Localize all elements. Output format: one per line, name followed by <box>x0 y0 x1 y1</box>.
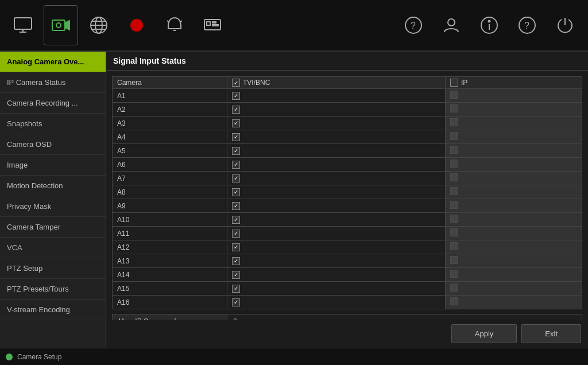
tvi-checkbox[interactable] <box>232 174 240 182</box>
table-row: A5 <box>113 144 582 158</box>
sidebar-item-ptz-presets-tours[interactable]: PTZ Presets/Tours <box>0 279 106 300</box>
network-icon[interactable] <box>82 5 116 45</box>
exit-button[interactable]: Exit <box>521 324 581 343</box>
tvi-checkbox[interactable] <box>232 243 240 251</box>
table-row: A8 <box>113 185 582 199</box>
signal-input-table-area: Camera TVI/BNC IP <box>106 71 588 320</box>
apply-button[interactable]: Apply <box>451 324 517 343</box>
cell-camera: A10 <box>113 213 227 227</box>
svg-rect-3 <box>52 20 65 30</box>
svg-rect-0 <box>14 18 32 29</box>
tvi-checkbox[interactable] <box>232 161 240 169</box>
ip-checkbox[interactable] <box>450 118 458 126</box>
cell-camera: A14 <box>113 268 227 282</box>
cell-camera: A1 <box>113 89 227 103</box>
table-row: A14 <box>113 268 582 282</box>
tvi-checkbox[interactable] <box>232 257 240 265</box>
cell-ip <box>446 254 582 268</box>
sidebar-item-analog-camera-overview[interactable]: Analog Camera Ove... <box>0 52 106 72</box>
ip-header-checkbox[interactable] <box>450 79 458 87</box>
cell-tvi <box>227 227 446 240</box>
question-icon[interactable]: ? <box>510 5 544 45</box>
device-icon[interactable] <box>195 5 230 45</box>
ip-checkbox[interactable] <box>450 201 458 209</box>
ip-checkbox[interactable] <box>450 284 458 292</box>
tvi-checkbox[interactable] <box>232 92 240 100</box>
cell-camera: A6 <box>113 158 227 172</box>
help2-icon[interactable]: ? <box>396 5 431 45</box>
tvi-checkbox[interactable] <box>232 298 240 306</box>
cell-camera: A4 <box>113 130 227 144</box>
cell-camera: A12 <box>113 240 227 254</box>
sidebar-item-ip-camera-status[interactable]: IP Camera Status <box>0 72 106 93</box>
sidebar-item-camera-osd[interactable]: Camera OSD <box>0 134 106 155</box>
cell-tvi <box>227 144 446 158</box>
cell-ip <box>446 130 582 144</box>
cell-tvi <box>227 199 446 213</box>
cell-camera: A9 <box>113 199 227 213</box>
tvi-checkbox[interactable] <box>232 147 240 155</box>
cell-tvi <box>227 240 446 254</box>
cell-ip <box>446 240 582 254</box>
tvi-checkbox[interactable] <box>232 133 240 141</box>
live-view-icon[interactable] <box>6 5 40 45</box>
tvi-checkbox[interactable] <box>232 188 240 196</box>
info-icon[interactable] <box>472 5 506 45</box>
ip-checkbox[interactable] <box>450 215 458 223</box>
ip-checkbox[interactable] <box>450 132 458 140</box>
svg-marker-4 <box>65 21 69 30</box>
ip-checkbox[interactable] <box>450 146 458 154</box>
alarm-icon[interactable] <box>157 5 192 45</box>
power-icon[interactable] <box>548 5 582 45</box>
sidebar-item-motion-detection[interactable]: Motion Detection <box>0 176 106 196</box>
cell-tvi <box>227 296 446 309</box>
tvi-checkbox[interactable] <box>232 230 240 238</box>
status-indicator <box>6 354 13 360</box>
sidebar-item-camera-recording[interactable]: Camera Recording ... <box>0 93 106 114</box>
ip-checkbox[interactable] <box>450 173 458 181</box>
sidebar-item-camera-tamper[interactable]: Camera Tamper <box>0 217 106 238</box>
ip-checkbox[interactable] <box>450 187 458 195</box>
camera-icon[interactable] <box>44 5 78 45</box>
ip-checkbox[interactable] <box>450 91 458 99</box>
ip-checkbox[interactable] <box>450 228 458 236</box>
cell-ip <box>446 172 582 185</box>
ip-checkbox[interactable] <box>450 160 458 168</box>
sidebar-item-image[interactable]: Image <box>0 155 106 176</box>
tvi-checkbox[interactable] <box>232 202 240 210</box>
record-icon[interactable] <box>119 5 154 45</box>
tvi-checkbox[interactable] <box>232 119 240 127</box>
sidebar-item-ptz-setup[interactable]: PTZ Setup <box>0 258 106 279</box>
cell-ip <box>446 199 582 213</box>
max-ip-value: 0 <box>227 314 582 320</box>
ip-label: IP <box>461 79 467 87</box>
tvi-checkbox[interactable] <box>232 216 240 224</box>
sidebar-item-snapshots[interactable]: Snapshots <box>0 114 106 134</box>
sidebar-item-privacy-mask[interactable]: Privacy Mask <box>0 196 106 217</box>
svg-text:?: ? <box>411 21 416 30</box>
svg-rect-19 <box>212 25 218 26</box>
cell-camera: A16 <box>113 296 227 309</box>
sidebar-item-vstream-encoding[interactable]: V-stream Encoding <box>0 300 106 320</box>
ip-checkbox[interactable] <box>450 297 458 305</box>
toolbar: ? ? <box>0 0 588 52</box>
svg-text:?: ? <box>524 21 529 30</box>
cell-ip <box>446 117 582 130</box>
tvi-checkbox[interactable] <box>232 285 240 293</box>
ip-checkbox[interactable] <box>450 104 458 112</box>
ip-checkbox[interactable] <box>450 270 458 278</box>
sidebar-item-vca[interactable]: VCA <box>0 238 106 258</box>
cell-ip <box>446 213 582 227</box>
cell-camera: A8 <box>113 185 227 199</box>
ip-checkbox[interactable] <box>450 242 458 250</box>
cell-ip <box>446 296 582 309</box>
tvi-header-checkbox[interactable] <box>232 79 240 87</box>
cell-ip <box>446 268 582 282</box>
cell-ip <box>446 227 582 240</box>
user-icon[interactable] <box>434 5 469 45</box>
tvi-checkbox[interactable] <box>232 271 240 279</box>
cell-ip <box>446 282 582 296</box>
tvi-checkbox[interactable] <box>232 106 240 114</box>
ip-checkbox[interactable] <box>450 256 458 264</box>
cell-tvi <box>227 254 446 268</box>
